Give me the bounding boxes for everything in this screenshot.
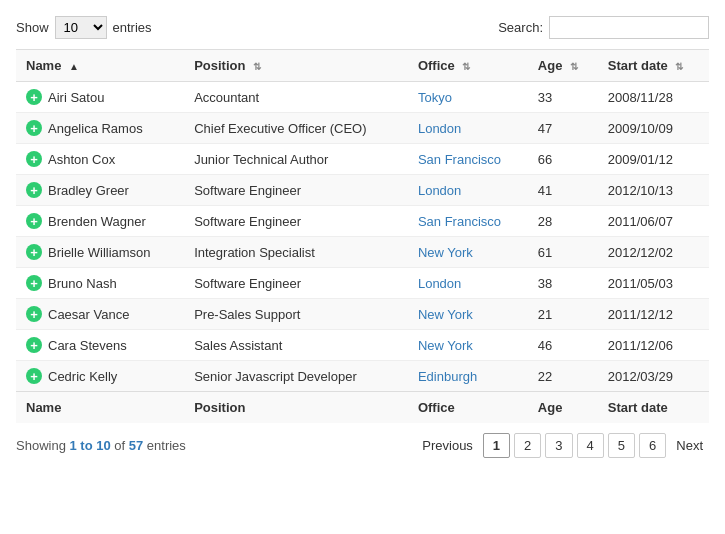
cell-position: Software Engineer (184, 175, 408, 206)
cell-office[interactable]: Tokyo (408, 82, 528, 113)
cell-age: 38 (528, 268, 598, 299)
col-startdate-label: Start date (608, 58, 668, 73)
footer-col-age: Age (528, 392, 598, 424)
page-3-button[interactable]: 3 (545, 433, 572, 458)
cell-office[interactable]: London (408, 268, 528, 299)
office-link[interactable]: London (418, 121, 461, 136)
cell-age: 66 (528, 144, 598, 175)
cell-start-date: 2012/12/02 (598, 237, 709, 268)
expand-icon[interactable]: + (26, 213, 42, 229)
cell-age: 21 (528, 299, 598, 330)
page-6-button[interactable]: 6 (639, 433, 666, 458)
col-header-position[interactable]: Position ⇅ (184, 50, 408, 82)
cell-start-date: 2009/01/12 (598, 144, 709, 175)
name-value: Ashton Cox (48, 152, 115, 167)
cell-office[interactable]: New York (408, 299, 528, 330)
office-link[interactable]: San Francisco (418, 214, 501, 229)
cell-start-date: 2009/10/09 (598, 113, 709, 144)
expand-icon[interactable]: + (26, 306, 42, 322)
cell-start-date: 2008/11/28 (598, 82, 709, 113)
col-header-start-date[interactable]: Start date ⇅ (598, 50, 709, 82)
top-controls: Show 10 25 50 100 entries Search: (16, 16, 709, 39)
total-highlight: 57 (129, 438, 143, 453)
office-link[interactable]: New York (418, 338, 473, 353)
cell-position: Junior Technical Author (184, 144, 408, 175)
expand-icon[interactable]: + (26, 368, 42, 384)
col-header-age[interactable]: Age ⇅ (528, 50, 598, 82)
cell-position: Sales Assistant (184, 330, 408, 361)
cell-position: Software Engineer (184, 206, 408, 237)
expand-icon[interactable]: + (26, 120, 42, 136)
cell-start-date: 2012/10/13 (598, 175, 709, 206)
page-1-button[interactable]: 1 (483, 433, 510, 458)
cell-name: + Brenden Wagner (16, 206, 184, 237)
expand-icon[interactable]: + (26, 89, 42, 105)
expand-icon[interactable]: + (26, 275, 42, 291)
office-link[interactable]: London (418, 183, 461, 198)
name-sort-icon: ▲ (69, 61, 79, 72)
cell-office[interactable]: Edinburgh (408, 361, 528, 392)
name-value: Cara Stevens (48, 338, 127, 353)
cell-office[interactable]: New York (408, 330, 528, 361)
cell-position: Senior Javascript Developer (184, 361, 408, 392)
cell-office[interactable]: San Francisco (408, 206, 528, 237)
office-link[interactable]: New York (418, 307, 473, 322)
cell-name: + Ashton Cox (16, 144, 184, 175)
show-entries-control: Show 10 25 50 100 entries (16, 16, 152, 39)
table-row: + Caesar Vance Pre-Sales SupportNew York… (16, 299, 709, 330)
previous-button[interactable]: Previous (416, 434, 479, 457)
table-row: + Airi Satou AccountantTokyo332008/11/28 (16, 82, 709, 113)
age-sort-icon: ⇅ (570, 61, 578, 72)
page-4-button[interactable]: 4 (577, 433, 604, 458)
entries-select[interactable]: 10 25 50 100 (55, 16, 107, 39)
office-link[interactable]: Edinburgh (418, 369, 477, 384)
expand-icon[interactable]: + (26, 244, 42, 260)
cell-age: 22 (528, 361, 598, 392)
cell-start-date: 2012/03/29 (598, 361, 709, 392)
page-5-button[interactable]: 5 (608, 433, 635, 458)
office-link[interactable]: London (418, 276, 461, 291)
bottom-controls: Showing 1 to 10 of 57 entries Previous 1… (16, 433, 709, 458)
col-header-office[interactable]: Office ⇅ (408, 50, 528, 82)
table-body: + Airi Satou AccountantTokyo332008/11/28… (16, 82, 709, 392)
col-header-name[interactable]: Name ▲ (16, 50, 184, 82)
expand-icon[interactable]: + (26, 337, 42, 353)
name-value: Brenden Wagner (48, 214, 146, 229)
cell-name: + Brielle Williamson (16, 237, 184, 268)
cell-age: 61 (528, 237, 598, 268)
expand-icon[interactable]: + (26, 182, 42, 198)
cell-name: + Caesar Vance (16, 299, 184, 330)
name-value: Bradley Greer (48, 183, 129, 198)
table-row: + Bradley Greer Software EngineerLondon4… (16, 175, 709, 206)
cell-office[interactable]: New York (408, 237, 528, 268)
cell-start-date: 2011/06/07 (598, 206, 709, 237)
table-row: + Bruno Nash Software EngineerLondon3820… (16, 268, 709, 299)
col-age-label: Age (538, 58, 563, 73)
cell-age: 33 (528, 82, 598, 113)
showing-text: Showing 1 to 10 of 57 entries (16, 438, 186, 453)
cell-start-date: 2011/12/12 (598, 299, 709, 330)
cell-name: + Bruno Nash (16, 268, 184, 299)
footer-col-office: Office (408, 392, 528, 424)
footer-col-position: Position (184, 392, 408, 424)
name-value: Bruno Nash (48, 276, 117, 291)
expand-icon[interactable]: + (26, 151, 42, 167)
table-footer-row: Name Position Office Age Start date (16, 392, 709, 424)
page-2-button[interactable]: 2 (514, 433, 541, 458)
next-button[interactable]: Next (670, 434, 709, 457)
cell-office[interactable]: London (408, 113, 528, 144)
cell-position: Integration Specialist (184, 237, 408, 268)
search-input[interactable] (549, 16, 709, 39)
cell-office[interactable]: London (408, 175, 528, 206)
search-label: Search: (498, 20, 543, 35)
cell-office[interactable]: San Francisco (408, 144, 528, 175)
office-link[interactable]: San Francisco (418, 152, 501, 167)
cell-age: 41 (528, 175, 598, 206)
office-link[interactable]: Tokyo (418, 90, 452, 105)
col-position-label: Position (194, 58, 245, 73)
col-office-label: Office (418, 58, 455, 73)
office-link[interactable]: New York (418, 245, 473, 260)
pagination: Previous 1 2 3 4 5 6 Next (416, 433, 709, 458)
table-row: + Cedric Kelly Senior Javascript Develop… (16, 361, 709, 392)
startdate-sort-icon: ⇅ (675, 61, 683, 72)
